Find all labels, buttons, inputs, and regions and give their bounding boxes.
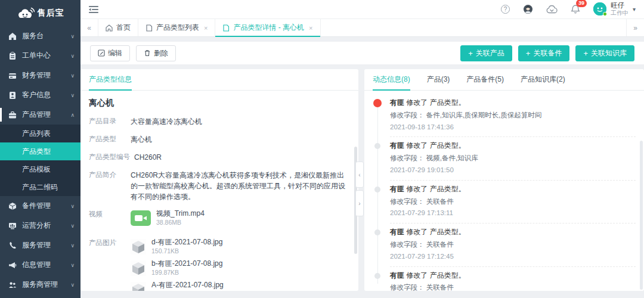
link-parts-button[interactable]: + 关联备件: [518, 45, 570, 61]
sidebar-item-analytics[interactable]: 运营分析 ∨: [0, 216, 80, 235]
detail-toolbar: 编辑 删除 + 关联产品 + 关联备件 + 关联知识库: [80, 42, 644, 64]
document-icon: [222, 24, 230, 32]
attachment-name: A-有匪-2021-07-08.jpg: [151, 281, 224, 290]
image-attachment[interactable]: A-有匪-2021-07-08.jpg 153.42KB: [131, 281, 224, 291]
field-value: 离心机: [131, 134, 152, 145]
video-file-icon: [131, 210, 151, 226]
entry-fields: 修改字段： 关联备件: [390, 240, 636, 249]
field-row: 产品类型编号 CH260R: [89, 152, 349, 163]
field-value: CH260R: [134, 152, 162, 163]
tabs-scroll-left-button[interactable]: «: [80, 19, 98, 36]
tabs-scroll-right-button[interactable]: »: [626, 19, 644, 36]
field-value: 大容量高速冷冻离心机: [131, 116, 202, 127]
notifications-button[interactable]: 39: [571, 4, 580, 14]
image-attachment[interactable]: d-有匪-2021-07-08.jpg 150.71KB: [131, 238, 224, 255]
sidebar-item-providers[interactable]: 服务商管理 ∨: [0, 275, 80, 294]
sidebar-item-service-desk[interactable]: 服务台 ∨: [0, 26, 80, 46]
collapse-left-button[interactable]: ‹: [355, 162, 364, 188]
field-value: CH260R大容量高速冷冻离心机获得多项专利技术，是湘仪最新推出的一款智能型高校…: [131, 170, 349, 202]
sidebar-item-product-types[interactable]: 产品类型: [0, 142, 80, 160]
product-type-info-panel: 产品类型信息 离心机 产品目录 大容量高速冷冻离心机 产品类型 离心机 产品类型…: [80, 69, 358, 291]
sidebar-item-products[interactable]: 产品管理 ∧: [0, 105, 80, 125]
chevron-down-icon: ∨: [70, 262, 75, 268]
tab-product-type-detail[interactable]: 产品类型详情 - 离心机 ×: [215, 19, 320, 36]
parts-box-icon: [8, 202, 17, 210]
plus-icon: +: [468, 49, 473, 57]
sidebar-subitem-label: 产品二维码: [22, 182, 58, 193]
tab-label: 首页: [116, 23, 131, 33]
delete-button[interactable]: 删除: [136, 45, 176, 61]
attachment-size: 199.87KB: [151, 269, 222, 277]
chevron-down-icon: ∨: [70, 53, 75, 59]
app-logo[interactable]: 售后宝: [0, 0, 80, 26]
tab-activity[interactable]: 动态信息(8): [373, 69, 410, 90]
field-row: 产品类型 离心机: [89, 134, 349, 145]
finance-card-icon: [8, 72, 17, 80]
entry-action: 修改了 产品类型。: [406, 228, 465, 236]
tab-parts-linked[interactable]: 产品备件(5): [466, 69, 504, 90]
cloud-download-button[interactable]: [546, 5, 558, 14]
tab-product-type-info[interactable]: 产品类型信息: [89, 69, 132, 90]
timeline-entry: 有匪 修改了 产品类型。 修改字段： 关联备件 2021-07-29 17:13…: [390, 181, 636, 224]
activity-tabs: 动态信息(8) 产品(3) 产品备件(5) 产品知识库(2): [364, 69, 644, 91]
sidebar-item-info-mgmt[interactable]: 信息管理 ∨: [0, 255, 80, 275]
sidebar-item-label: 财务管理: [22, 70, 51, 80]
tab-knowledge-linked[interactable]: 产品知识库(2): [521, 69, 565, 90]
clipboard-icon: [8, 52, 17, 60]
sidebar-subitem-label: 产品列表: [22, 129, 51, 139]
field-label: 产品类型编号: [89, 152, 134, 163]
button-label: 关联产品: [476, 48, 504, 58]
entry-fields: 修改字段： 备件,知识库,质保期时长,质保起算时间: [390, 111, 636, 120]
chevron-down-icon: ∨: [70, 92, 75, 98]
entry-action: 修改了 产品类型。: [406, 98, 465, 107]
cloud-logo-icon: [17, 6, 35, 20]
detail-panels: 产品类型信息 离心机 产品目录 大容量高速冷冻离心机 产品类型 离心机 产品类型…: [80, 69, 644, 291]
tab-products-linked[interactable]: 产品(3): [427, 69, 450, 90]
document-icon: [145, 24, 153, 32]
field-label: 视频: [89, 209, 131, 231]
sidebar-item-product-templates[interactable]: 产品模板: [0, 160, 80, 178]
page-tabbar: « 首页 产品类型列表 × 产品类型详情 - 离心机 × »: [80, 19, 644, 37]
sidebar-item-product-list[interactable]: 产品列表: [0, 125, 80, 142]
products-submenu: 产品列表 产品类型 产品模板 产品二维码: [0, 125, 80, 196]
image-thumbnail-icon: [131, 239, 146, 254]
collapse-menu-icon[interactable]: [89, 5, 100, 14]
timeline-entry: 有匪 修改了 产品类型。 修改字段： 备件,知识库,质保期时长,质保起算时间 2…: [390, 94, 636, 137]
sidebar-item-customers[interactable]: 客户信息 ∨: [0, 85, 80, 105]
tab-label: 产品类型列表: [156, 23, 199, 33]
product-type-detail: 离心机 产品目录 大容量高速冷冻离心机 产品类型 离心机 产品类型编号 CH26…: [80, 91, 358, 291]
tab-product-type-list[interactable]: 产品类型列表 ×: [138, 19, 215, 36]
tab-label: 产品类型详情 - 离心机: [233, 23, 304, 33]
sidebar-item-label: 服务台: [22, 31, 44, 41]
page-content: 编辑 删除 + 关联产品 + 关联备件 + 关联知识库: [80, 37, 644, 298]
sidebar-item-finance[interactable]: 财务管理 ∨: [0, 66, 80, 85]
link-knowledge-button[interactable]: + 关联知识库: [575, 45, 634, 61]
home-icon: [106, 24, 113, 32]
help-button[interactable]: ?: [501, 5, 510, 14]
support-agent-button[interactable]: [523, 4, 533, 14]
user-menu[interactable]: 旺仔 工作中 ▾: [593, 2, 636, 17]
service-phone-icon: [8, 241, 17, 250]
right-panel-scrollbar[interactable]: [640, 141, 643, 290]
video-attachment[interactable]: 视频_Trim.mp4 38.86MB: [131, 209, 205, 226]
close-icon[interactable]: ×: [309, 24, 312, 32]
close-icon[interactable]: ×: [204, 24, 208, 32]
sidebar-subitem-label: 产品类型: [22, 147, 51, 157]
field-label: 产品简介: [89, 170, 131, 202]
field-row: 产品目录 大容量高速冷冻离心机: [89, 116, 349, 127]
sidebar-item-product-qrcodes[interactable]: 产品二维码: [0, 178, 80, 196]
entry-user: 有匪: [390, 228, 404, 236]
timeline-dot: [374, 143, 380, 149]
link-product-button[interactable]: + 关联产品: [460, 45, 512, 61]
tab-home[interactable]: 首页: [98, 19, 138, 36]
expand-right-button[interactable]: ›: [355, 190, 364, 216]
sidebar-item-label: 工单中心: [22, 51, 51, 61]
sidebar-item-work-orders[interactable]: 工单中心 ∨: [0, 46, 80, 66]
edit-button[interactable]: 编辑: [90, 45, 130, 61]
megaphone-icon: [8, 261, 17, 269]
sidebar-item-service-mgmt[interactable]: 服务管理 ∨: [0, 235, 80, 255]
image-attachment[interactable]: b-有匪-2021-07-08.jpg 199.87KB: [131, 259, 224, 277]
sidebar-item-spare-parts[interactable]: 备件管理 ∨: [0, 196, 80, 216]
main-area: ? 39 旺仔 工作中 ▾: [80, 0, 644, 298]
partners-people-icon: [8, 281, 17, 289]
